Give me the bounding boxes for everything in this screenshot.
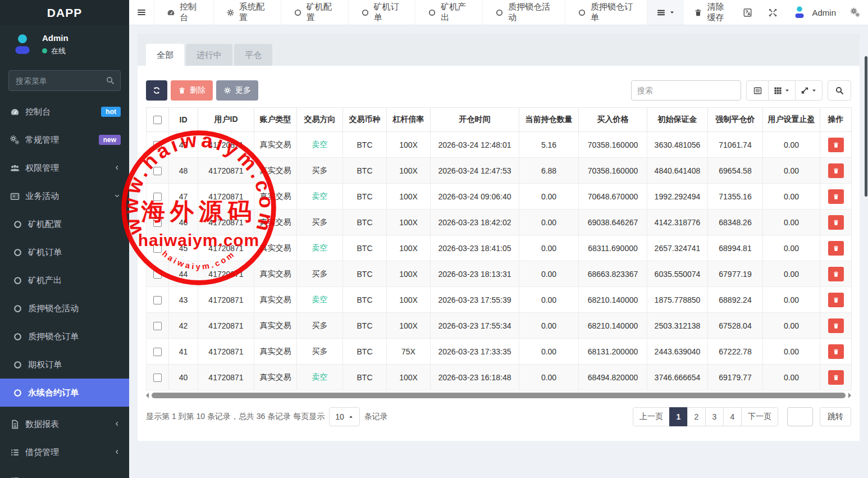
column-header[interactable]: 账户类型 [254, 108, 297, 132]
column-header[interactable]: 用户设置止盈 [763, 108, 820, 132]
sidebar-item-2[interactable]: 权限管理 [0, 154, 129, 182]
trash-icon [178, 87, 186, 94]
column-header[interactable]: 当前持仓数量 [519, 108, 579, 132]
sidebar-item-10[interactable]: 永续合约订单 [0, 379, 129, 407]
page-button-0[interactable]: 上一页 [633, 407, 670, 426]
cell-id: 49 [169, 132, 198, 158]
view-button-group [746, 80, 823, 101]
search-button[interactable] [828, 80, 851, 101]
jump-page-input[interactable] [787, 407, 813, 426]
search-icon[interactable] [106, 76, 115, 85]
page-button-active[interactable]: 1 [669, 407, 688, 426]
detail-view-button[interactable] [746, 80, 769, 101]
scroll-right-arrow[interactable] [848, 393, 851, 398]
top-menu-item-5[interactable]: 质押锁仓活动 [483, 0, 565, 25]
column-header[interactable]: 杠杆倍率 [387, 108, 431, 132]
column-header[interactable]: 初始保证金 [647, 108, 708, 132]
sidebar-item-12[interactable]: 借贷管理 [0, 438, 129, 466]
page-button-4[interactable]: 4 [723, 407, 742, 426]
row-checkbox[interactable] [153, 141, 162, 149]
sidebar-item-4[interactable]: 矿机配置 [0, 210, 129, 238]
sidebar-item-8[interactable]: 质押锁仓订单 [0, 322, 129, 350]
vertical-scrollbar-thumb[interactable] [865, 56, 867, 197]
page-size-select[interactable]: 10 [329, 407, 360, 426]
fullscreen-button[interactable] [760, 0, 785, 25]
row-checkbox[interactable] [153, 348, 162, 356]
row-delete-button[interactable] [828, 215, 844, 230]
column-header[interactable]: 操作 [820, 108, 852, 132]
top-menu-item-3[interactable]: 矿机订单 [349, 0, 416, 25]
delete-button[interactable]: 删除 [171, 80, 213, 101]
refresh-button[interactable] [146, 80, 167, 101]
row-checkbox[interactable] [153, 322, 162, 330]
row-checkbox[interactable] [153, 374, 162, 382]
column-header[interactable]: 交易方向 [297, 108, 343, 132]
row-delete-button[interactable] [828, 267, 844, 281]
top-menu-item-2[interactable]: 矿机配置 [281, 0, 349, 25]
row-delete-button[interactable] [828, 370, 844, 385]
page-button-3[interactable]: 3 [705, 407, 724, 426]
row-checkbox[interactable] [153, 270, 162, 279]
tab-1[interactable]: 进行中 [186, 44, 232, 66]
sidebar-item-11[interactable]: 数据报表 [0, 410, 129, 438]
cell-id: 43 [169, 287, 198, 313]
clear-cache-button[interactable]: 清除缓存 [684, 0, 735, 25]
row-checkbox[interactable] [153, 193, 162, 201]
row-checkbox[interactable] [153, 167, 162, 175]
tab-0[interactable]: 全部 [146, 44, 184, 66]
sidebar-item-1[interactable]: 常规管理new [0, 126, 129, 154]
row-delete-button[interactable] [828, 344, 844, 359]
top-menu-item-4[interactable]: 矿机产出 [415, 0, 483, 25]
top-menu-item-1[interactable]: 系统配置 [214, 0, 281, 25]
table-panel: 删除 更多 [138, 66, 860, 441]
column-header[interactable]: 买入价格 [579, 108, 647, 132]
row-delete-button[interactable] [828, 138, 844, 152]
row-delete-button[interactable] [828, 241, 844, 256]
sidebar-item-3[interactable]: 业务活动 [0, 182, 129, 210]
columns-button[interactable] [768, 80, 796, 101]
top-menu-item-6[interactable]: 质押锁仓订单 [565, 0, 648, 25]
sidebar-item-6[interactable]: 矿机产出 [0, 266, 129, 294]
row-delete-button[interactable] [828, 293, 844, 307]
sidebar-item-0[interactable]: 控制台hot [0, 98, 129, 126]
export-button[interactable] [795, 80, 823, 101]
row-checkbox[interactable] [153, 296, 162, 304]
cell-user-id: 41720871 [198, 184, 254, 210]
translate-button[interactable] [735, 0, 760, 25]
page-button-5[interactable]: 下一页 [741, 407, 778, 426]
more-button[interactable]: 更多 [216, 80, 258, 101]
page-buttons: 上一页1234下一页 [633, 407, 778, 426]
sidebar-item-7[interactable]: 质押锁仓活动 [0, 294, 129, 322]
select-all-checkbox[interactable] [153, 116, 162, 124]
sidebar-item-5[interactable]: 矿机订单 [0, 238, 129, 266]
sidebar-search-input[interactable] [8, 70, 121, 91]
column-header[interactable]: ID [169, 108, 198, 132]
row-checkbox[interactable] [153, 218, 162, 227]
cell-position: 0.00 [519, 210, 579, 235]
nav-list-dropdown-button[interactable] [647, 0, 684, 25]
sidebar-item-9[interactable]: 期权订单 [0, 350, 129, 379]
column-header[interactable]: 开仓时间 [431, 108, 519, 132]
row-delete-button[interactable] [828, 318, 844, 333]
scroll-left-arrow[interactable] [146, 393, 149, 398]
admin-menu[interactable]: Admin [785, 0, 843, 25]
column-header[interactable]: 强制平仓价 [708, 108, 763, 132]
topbar-right: 清除缓存 Admin [647, 0, 868, 25]
horizontal-scrollbar [146, 392, 851, 398]
sidebar-item-13[interactable] [0, 466, 129, 478]
row-delete-button[interactable] [828, 189, 844, 204]
column-header[interactable]: 用户ID [198, 108, 254, 132]
tab-2[interactable]: 平仓 [234, 44, 272, 66]
table-search-input[interactable] [631, 80, 741, 101]
column-header[interactable]: 交易币种 [343, 108, 387, 132]
top-menu-item-0[interactable]: 控制台 [154, 0, 214, 25]
row-checkbox[interactable] [153, 244, 162, 253]
sidebar-toggle-button[interactable] [129, 0, 154, 25]
horizontal-scrollbar-thumb[interactable] [152, 393, 846, 398]
settings-button[interactable] [843, 0, 868, 25]
jump-button[interactable]: 跳转 [820, 407, 851, 426]
row-delete-button[interactable] [828, 163, 844, 178]
page-button-2[interactable]: 2 [687, 407, 706, 426]
top-menu-item-label: 控制台 [180, 2, 201, 23]
caret-down-icon [669, 10, 675, 15]
